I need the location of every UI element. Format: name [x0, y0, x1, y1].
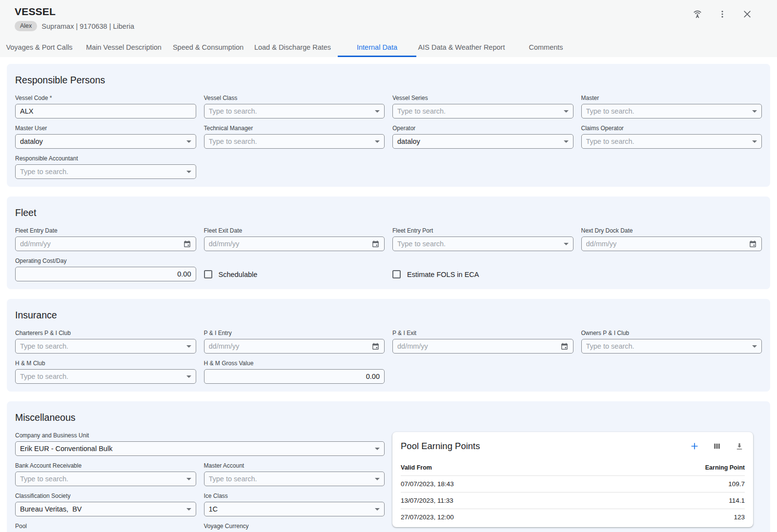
section-title: Insurance	[15, 310, 762, 321]
pool-earning-points-card: Pool Earning Points	[392, 432, 753, 527]
owners-pi-club-select[interactable]: Type to search.	[581, 339, 762, 354]
vessel-class-select[interactable]: Type to search.	[204, 104, 385, 118]
table-row[interactable]: 27/07/2023, 12:00 123	[401, 509, 745, 525]
field-label: H & M Gross Value	[204, 360, 385, 367]
close-icon[interactable]	[741, 8, 754, 20]
vessel-series-select[interactable]: Type to search.	[392, 104, 573, 118]
valid-from-cell: 27/07/2023, 12:00	[401, 513, 734, 521]
tab-internal-data[interactable]: Internal Data	[338, 37, 416, 57]
charterers-pi-club-select[interactable]: Type to search.	[15, 339, 196, 354]
master-account-select[interactable]: Type to search.	[204, 472, 385, 486]
field-technical-manager: Technical Manager Type to search.	[204, 125, 385, 149]
calendar-icon[interactable]	[371, 240, 380, 248]
responsible-accountant-select[interactable]: Type to search.	[15, 164, 196, 179]
chevron-down-icon	[186, 375, 191, 378]
kebab-menu-icon[interactable]	[716, 8, 729, 20]
hm-gross-value-input[interactable]	[209, 373, 380, 380]
download-icon[interactable]	[734, 441, 745, 452]
tab-load-discharge-rates[interactable]: Load & Discharge Rates	[253, 37, 332, 57]
vessel-code-input[interactable]	[20, 107, 191, 115]
field-label: Ice Class	[204, 493, 385, 499]
field-label: Claims Operator	[581, 125, 762, 132]
master-select[interactable]: Type to search.	[581, 104, 762, 118]
field-label: Master	[581, 95, 762, 101]
tab-comments[interactable]: Comments	[507, 37, 585, 57]
field-label: Next Dry Dock Date	[581, 227, 762, 234]
earning-point-cell: 114.1	[729, 497, 745, 504]
chevron-down-icon	[564, 110, 569, 113]
field-fleet-entry-port: Fleet Entry Port Type to search.	[392, 227, 573, 251]
field-operator: Operator dataloy	[392, 125, 573, 149]
calendar-icon[interactable]	[749, 240, 757, 248]
field-fleet-exit-date: Fleet Exit Date	[204, 227, 385, 251]
fleet-entry-port-select[interactable]: Type to search.	[392, 236, 573, 251]
field-vessel-code: Vessel Code *	[15, 95, 196, 118]
field-pool: Pool Dry	[15, 523, 196, 532]
operator-select[interactable]: dataloy	[392, 134, 573, 149]
field-pi-exit: P & I Exit	[392, 330, 573, 354]
columns-icon[interactable]	[712, 441, 722, 452]
company-business-unit-select[interactable]: Erik EUR - Conventional Bulk	[15, 441, 385, 456]
section-title: Responsible Persons	[15, 75, 762, 86]
field-label: Operating Cost/Day	[15, 257, 196, 264]
table-row[interactable]: 13/07/2023, 11:33 114.1	[401, 493, 745, 509]
field-operating-cost: Operating Cost/Day	[15, 257, 196, 281]
field-label: Operator	[392, 125, 573, 132]
chevron-down-icon	[752, 140, 757, 143]
tab-ais-data-weather-report[interactable]: AIS Data & Weather Report	[422, 37, 501, 57]
field-label: Technical Manager	[204, 125, 385, 132]
field-label: Classification Society	[15, 493, 196, 499]
chevron-down-icon	[186, 345, 191, 348]
fleet-exit-date-input[interactable]	[209, 240, 369, 248]
field-label: Company and Business Unit	[15, 432, 385, 439]
chevron-down-icon	[752, 110, 757, 113]
field-ice-class: Ice Class 1C	[204, 493, 385, 516]
pi-exit-date-input[interactable]	[397, 342, 557, 350]
field-label: Responsible Accountant	[15, 155, 196, 162]
classification-society-select[interactable]: Bureau Veritas, BV	[15, 502, 196, 516]
master-user-select[interactable]: dataloy	[15, 134, 196, 149]
chevron-down-icon	[186, 508, 191, 511]
field-voyage-currency: Voyage Currency Type to search.	[204, 523, 385, 532]
ice-class-select[interactable]: 1C	[204, 502, 385, 516]
calendar-icon[interactable]	[560, 342, 569, 351]
technical-manager-select[interactable]: Type to search.	[204, 134, 385, 149]
window-header: VESSEL Alex Supramax | 9170638 | Liberia	[0, 0, 777, 57]
valid-from-cell: 13/07/2023, 11:33	[401, 497, 729, 504]
hm-club-select[interactable]: Type to search.	[15, 369, 196, 384]
estimate-fols-checkbox[interactable]	[392, 270, 401, 278]
next-dry-dock-date-input[interactable]	[586, 240, 746, 248]
field-owners-pi-club: Owners P & I Club Type to search.	[581, 330, 762, 354]
section-miscellaneous: Miscellaneous Company and Business Unit …	[7, 401, 770, 532]
field-label: H & M Club	[15, 360, 196, 367]
pi-entry-date-input[interactable]	[209, 342, 369, 350]
field-classification-society: Classification Society Bureau Veritas, B…	[15, 493, 196, 516]
checkbox-label: Schedulable	[219, 271, 258, 278]
chevron-down-icon	[375, 478, 380, 480]
field-label: Fleet Entry Port	[392, 227, 573, 234]
operating-cost-input[interactable]	[20, 270, 191, 278]
calendar-icon[interactable]	[183, 240, 191, 248]
tab-main-vessel-description[interactable]: Main Vessel Description	[84, 37, 163, 57]
field-label: Master Account	[204, 462, 385, 469]
chevron-down-icon	[752, 345, 757, 348]
field-label: Fleet Exit Date	[204, 227, 385, 234]
calendar-icon[interactable]	[371, 342, 380, 351]
valid-from-cell: 07/07/2023, 18:43	[401, 480, 728, 488]
fleet-entry-date-input[interactable]	[20, 240, 180, 248]
bank-account-receivable-select[interactable]: Type to search.	[15, 472, 196, 486]
claims-operator-select[interactable]: Type to search.	[581, 134, 762, 149]
table-row[interactable]: 07/07/2023, 18:43 109.7	[401, 476, 745, 493]
field-master: Master Type to search.	[581, 95, 762, 118]
field-hm-gross-value: H & M Gross Value	[204, 360, 385, 384]
section-responsible-persons: Responsible Persons Vessel Code * Vessel…	[7, 64, 770, 187]
field-schedulable: Schedulable	[204, 257, 385, 281]
field-label: Owners P & I Club	[581, 330, 762, 336]
add-row-icon[interactable]	[689, 441, 700, 452]
tab-speed-consumption[interactable]: Speed & Consumption	[169, 37, 247, 57]
broadcast-icon[interactable]	[691, 8, 704, 20]
field-charterers-pi-club: Charterers P & I Club Type to search.	[15, 330, 196, 354]
tab-voyages-port-calls[interactable]: Voyages & Port Calls	[0, 37, 79, 57]
tab-bar: Voyages & Port Calls Main Vessel Descrip…	[0, 37, 777, 57]
schedulable-checkbox[interactable]	[204, 270, 212, 278]
